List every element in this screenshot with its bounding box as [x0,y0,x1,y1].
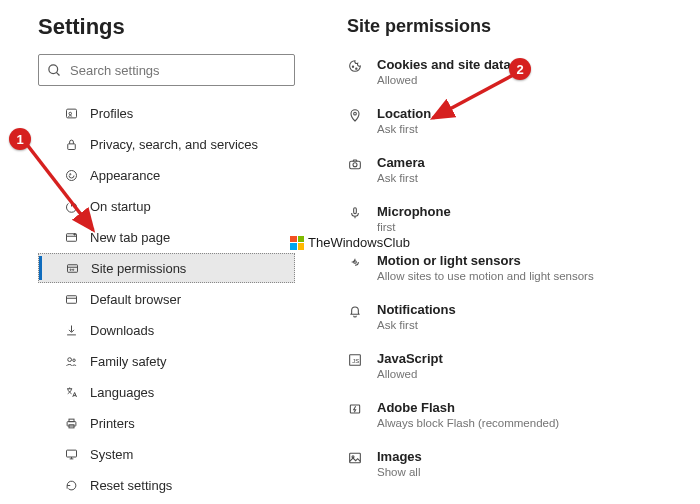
perm-images[interactable]: Images Show all [347,449,700,478]
svg-point-30 [353,163,357,167]
perm-sub: Allowed [377,368,443,380]
perm-sub: Show all [377,466,422,478]
profile-icon [64,106,90,121]
svg-rect-15 [67,295,77,303]
svg-point-0 [49,64,58,73]
js-icon: JS [347,351,377,380]
watermark: TheWindowsClub [290,235,410,250]
svg-rect-19 [67,421,76,425]
sidebar-item-label: New tab page [90,230,170,245]
watermark-text: TheWindowsClub [308,235,410,250]
windows-logo-icon [290,236,304,250]
svg-point-14 [73,269,74,270]
sidebar-item-printers[interactable]: Printers [56,408,295,438]
svg-point-13 [70,269,71,270]
site-permissions-panel: Site permissions Cookies and site data A… [305,14,700,504]
appearance-icon [64,168,90,183]
sidebar-item-languages[interactable]: Languages [56,377,295,407]
sidebar-item-label: System [90,447,133,462]
panel-title: Site permissions [347,16,700,37]
sidebar-item-label: Default browser [90,292,181,307]
search-input[interactable] [70,63,286,78]
sidebar-item-newtab[interactable]: New tab page [56,222,295,252]
perm-sub: Allow sites to use motion and light sens… [377,270,594,282]
camera-icon [347,155,377,184]
sidebar-item-label: Profiles [90,106,133,121]
perm-sub: first [377,221,451,233]
svg-point-18 [73,359,76,362]
search-icon [47,63,62,78]
sidebar-item-downloads[interactable]: Downloads [56,315,295,345]
sidebar-item-label: Appearance [90,168,160,183]
perm-camera[interactable]: Camera Ask first [347,155,700,184]
flash-icon [347,400,377,429]
perm-location[interactable]: Location Ask first [347,106,700,135]
printer-icon [64,416,90,431]
perm-microphone[interactable]: Microphone first [347,204,700,233]
svg-rect-36 [350,453,361,462]
perm-sub: Always block Flash (recommended) [377,417,559,429]
sidebar-item-label: On startup [90,199,151,214]
svg-point-26 [352,66,353,67]
search-settings-box[interactable] [38,54,295,86]
newtab-icon [64,230,90,245]
perm-sub: Ask first [377,172,425,184]
sidebar-item-system[interactable]: System [56,439,295,469]
perm-flash[interactable]: Adobe Flash Always block Flash (recommen… [347,400,700,429]
location-icon [347,106,377,135]
svg-rect-4 [68,143,76,149]
perm-title: Images [377,449,422,464]
perm-sub: Allowed [377,74,511,86]
svg-point-5 [67,170,77,180]
power-icon [64,199,90,214]
svg-point-27 [356,68,357,69]
sidebar-item-label: Printers [90,416,135,431]
family-icon [64,354,90,369]
perm-notifications[interactable]: Notifications Ask first [347,302,700,331]
language-icon [64,385,90,400]
svg-rect-20 [69,419,74,422]
svg-point-28 [354,112,357,115]
settings-title: Settings [38,14,295,40]
perm-title: Adobe Flash [377,400,559,415]
permissions-icon [65,261,91,276]
svg-point-6 [70,173,71,174]
annotation-badge-1: 1 [9,128,31,150]
svg-rect-11 [68,264,78,272]
sidebar-item-appearance[interactable]: Appearance [56,160,295,190]
sidebar-item-profiles[interactable]: Profiles [56,98,295,128]
settings-sidebar: Settings Profiles Privacy, search, and s… [0,14,305,504]
perm-sub: Ask first [377,123,431,135]
sidebar-item-default-browser[interactable]: Default browser [56,284,295,314]
cookie-icon [347,57,377,86]
perm-javascript[interactable]: JS JavaScript Allowed [347,351,700,380]
lock-icon [64,137,90,152]
sidebar-item-label: Family safety [90,354,167,369]
sidebar-item-label: Languages [90,385,154,400]
svg-rect-22 [67,450,77,457]
perm-title: Location [377,106,431,121]
perm-title: Notifications [377,302,456,317]
perm-title: Microphone [377,204,451,219]
sidebar-item-startup[interactable]: On startup [56,191,295,221]
sidebar-item-label: Privacy, search, and services [90,137,258,152]
svg-line-1 [56,72,59,75]
annotation-badge-2: 2 [509,58,531,80]
image-icon [347,449,377,478]
system-icon [64,447,90,462]
sidebar-item-label: Downloads [90,323,154,338]
svg-rect-31 [354,208,357,214]
sidebar-item-label: Reset settings [90,478,172,493]
perm-motion[interactable]: Motion or light sensors Allow sites to u… [347,253,700,282]
sidebar-item-reset[interactable]: Reset settings [56,470,295,500]
svg-text:JS: JS [352,358,359,364]
perm-title: JavaScript [377,351,443,366]
perm-sub: Ask first [377,319,456,331]
bell-icon [347,302,377,331]
sidebar-item-site-permissions[interactable]: Site permissions [38,253,295,283]
sidebar-item-family[interactable]: Family safety [56,346,295,376]
download-icon [64,323,90,338]
perm-title: Motion or light sensors [377,253,594,268]
sidebar-item-label: Site permissions [91,261,186,276]
sidebar-item-privacy[interactable]: Privacy, search, and services [56,129,295,159]
